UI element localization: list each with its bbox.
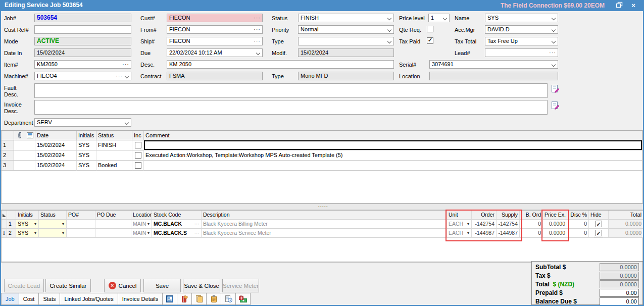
desc-field[interactable]: KM 2050 bbox=[167, 60, 394, 69]
supply-cell[interactable]: -142754 bbox=[497, 220, 520, 229]
edit-note-icon[interactable] bbox=[551, 101, 560, 110]
close-icon[interactable]: × bbox=[628, 2, 639, 10]
lookup-ellipsis-icon[interactable] bbox=[254, 37, 261, 44]
initials-cell[interactable]: SYS bbox=[77, 150, 96, 161]
disc-cell[interactable]: 0 bbox=[567, 229, 589, 238]
prepaid-field[interactable]: 0.00 bbox=[600, 289, 639, 297]
status-cell[interactable] bbox=[39, 220, 67, 229]
copy-tab-icon[interactable] bbox=[192, 293, 207, 305]
invoice-desc-textarea[interactable] bbox=[34, 100, 548, 115]
po-cell[interactable] bbox=[67, 229, 95, 238]
ship-field[interactable]: FIECON bbox=[167, 37, 263, 45]
order-cell[interactable]: -144987 bbox=[472, 229, 497, 238]
chevron-down-icon[interactable] bbox=[387, 39, 391, 43]
tab-cost[interactable]: Cost bbox=[19, 293, 39, 305]
stock-code-cell[interactable]: MC.BLACK.S bbox=[152, 229, 202, 238]
dropdown-arrow-icon[interactable] bbox=[34, 229, 36, 238]
po-cell[interactable] bbox=[67, 220, 95, 229]
report-tab-icon[interactable] bbox=[163, 293, 177, 305]
lookup-ellipsis-icon[interactable] bbox=[194, 220, 200, 228]
price-ex-cell[interactable]: 0.0000 bbox=[543, 229, 567, 238]
price-level-select[interactable]: 1 bbox=[428, 14, 450, 22]
initials-cell[interactable]: SYS bbox=[16, 229, 39, 238]
acc-mgr-select[interactable]: DAVID.D bbox=[485, 25, 558, 34]
comment-cell[interactable]: Executed Action:Workshop, Template:Works… bbox=[144, 150, 642, 161]
machine-field[interactable]: FIECO4 bbox=[34, 72, 131, 80]
inc-cell[interactable] bbox=[132, 161, 144, 171]
grid-splitter[interactable] bbox=[1, 203, 643, 210]
date-cell[interactable]: 15/02/2024 bbox=[35, 161, 77, 171]
location-cell[interactable]: MAIN bbox=[131, 229, 152, 238]
comment-cell[interactable] bbox=[144, 140, 642, 150]
status-cell[interactable] bbox=[39, 229, 67, 238]
lookup-ellipsis-icon[interactable] bbox=[254, 26, 261, 33]
cancel-button[interactable]: ×Cancel bbox=[104, 279, 141, 292]
dropdown-arrow-icon[interactable] bbox=[34, 220, 36, 229]
gift-money-tab-icon[interactable] bbox=[236, 293, 251, 305]
lookup-ellipsis-icon[interactable] bbox=[549, 49, 556, 56]
edit-note-icon[interactable] bbox=[551, 84, 560, 93]
date-cell[interactable]: 15/02/2024 bbox=[35, 150, 77, 161]
balance-due-field[interactable]: 0.00 bbox=[600, 297, 639, 305]
dropdown-arrow-icon[interactable] bbox=[467, 220, 469, 229]
price-ex-cell[interactable]: 0.0000 bbox=[543, 220, 567, 229]
tax-paid-checkbox[interactable] bbox=[427, 37, 433, 44]
from-field[interactable]: FIECON bbox=[167, 25, 263, 34]
tab-invoice-details[interactable]: Invoice Details bbox=[118, 293, 163, 305]
description-cell[interactable]: Black Kyocera Billing Meter bbox=[202, 220, 447, 229]
comment-cell[interactable] bbox=[144, 161, 642, 171]
initials-cell[interactable]: SYS bbox=[77, 140, 96, 150]
book-tag-tab-icon[interactable] bbox=[177, 293, 192, 305]
inc-checkbox[interactable] bbox=[135, 142, 141, 148]
fault-desc-textarea[interactable] bbox=[34, 83, 548, 98]
restore-window-icon[interactable] bbox=[614, 2, 625, 10]
po-due-cell[interactable] bbox=[95, 229, 131, 238]
dropdown-arrow-icon[interactable] bbox=[62, 220, 64, 229]
description-cell[interactable]: Black Kyocera Service Meter bbox=[202, 229, 447, 238]
lookup-ellipsis-icon[interactable] bbox=[116, 72, 123, 79]
hide-checkbox[interactable] bbox=[596, 230, 602, 236]
status-cell[interactable] bbox=[96, 150, 132, 161]
history-tab-icon[interactable] bbox=[221, 293, 236, 305]
serial-select[interactable]: 3074691 bbox=[429, 60, 558, 69]
disc-cell[interactable]: 0 bbox=[567, 220, 589, 229]
priority-select[interactable]: Normal bbox=[298, 25, 394, 34]
item-field[interactable]: KM2050 bbox=[34, 60, 131, 69]
lead-field[interactable] bbox=[485, 48, 558, 57]
create-similar-button[interactable]: Create Similar bbox=[45, 279, 91, 292]
lookup-ellipsis-icon[interactable] bbox=[194, 229, 200, 237]
inc-cell[interactable] bbox=[132, 140, 144, 150]
cust-ref-field[interactable] bbox=[34, 25, 131, 34]
unit-cell[interactable]: EACH bbox=[447, 220, 472, 229]
qte-req-checkbox[interactable] bbox=[427, 26, 433, 32]
date-cell[interactable]: 15/02/2024 bbox=[35, 140, 77, 150]
dropdown-arrow-icon[interactable] bbox=[147, 229, 150, 238]
save-button[interactable]: Save bbox=[143, 279, 181, 292]
inc-checkbox[interactable] bbox=[135, 152, 141, 159]
tab-stats[interactable]: Stats bbox=[39, 293, 60, 305]
cust-field[interactable]: FIECON bbox=[167, 14, 263, 22]
b-ord-cell[interactable]: 0 bbox=[520, 220, 543, 229]
lookup-ellipsis-icon[interactable] bbox=[254, 14, 261, 21]
name-select[interactable]: SYS bbox=[485, 14, 558, 22]
po-due-cell[interactable] bbox=[95, 220, 131, 229]
b-ord-cell[interactable]: 0 bbox=[520, 229, 543, 238]
save-close-button[interactable]: Save & Close bbox=[183, 279, 220, 292]
tab-job[interactable]: Job bbox=[1, 293, 19, 305]
status-select[interactable]: FINISH bbox=[298, 14, 394, 22]
dropdown-arrow-icon[interactable] bbox=[147, 220, 150, 229]
order-cell[interactable]: -142754 bbox=[472, 220, 497, 229]
unit-cell[interactable]: EACH bbox=[447, 229, 472, 238]
dropdown-arrow-icon[interactable] bbox=[62, 229, 64, 238]
type-select[interactable] bbox=[298, 37, 394, 45]
clipboard-tab-icon[interactable] bbox=[207, 293, 221, 305]
hide-cell[interactable] bbox=[589, 229, 609, 238]
inc-cell[interactable] bbox=[132, 150, 144, 161]
hide-cell[interactable] bbox=[589, 220, 609, 229]
lookup-ellipsis-icon[interactable] bbox=[122, 61, 129, 68]
stock-code-cell[interactable]: MC.BLACK bbox=[152, 220, 202, 229]
initials-cell[interactable]: SYS bbox=[77, 161, 96, 171]
location-cell[interactable]: MAIN bbox=[131, 220, 152, 229]
dropdown-arrow-icon[interactable] bbox=[467, 229, 469, 238]
department-select[interactable]: SERV bbox=[34, 118, 131, 127]
